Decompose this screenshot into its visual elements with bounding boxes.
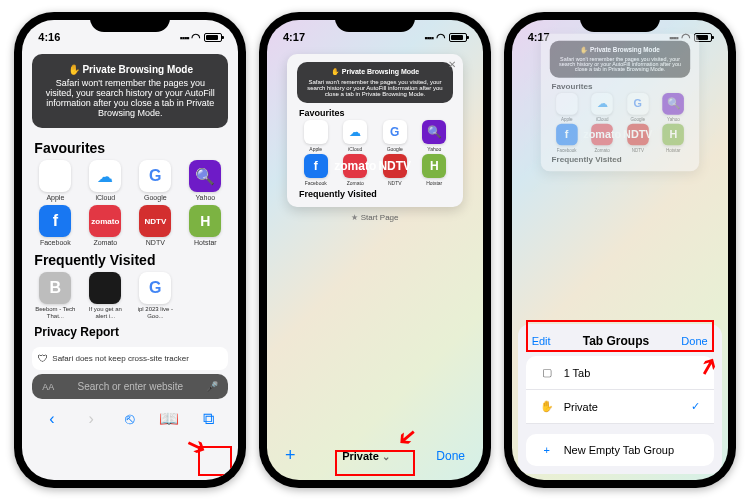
- tab-view-toolbar: + Private Done: [267, 437, 483, 474]
- privacy-row[interactable]: Safari does not keep cross-site tracker: [32, 347, 228, 370]
- private-icon: ✋: [540, 400, 554, 413]
- wifi-icon: [436, 31, 446, 44]
- sheet-title: Tab Groups: [583, 334, 649, 348]
- tab-group-row-private[interactable]: ✋ Private ✓: [526, 390, 714, 424]
- fav-zomato[interactable]: zomatoZomato: [82, 205, 128, 246]
- banner-body: Safari won't remember the pages you visi…: [305, 79, 445, 97]
- notch: [90, 12, 170, 32]
- row-label: New Empty Tab Group: [564, 444, 674, 456]
- google-icon: G: [383, 120, 407, 144]
- plus-icon: +: [540, 444, 554, 456]
- site-icon: [89, 272, 121, 304]
- fav-icloud[interactable]: ☁iCloud: [82, 160, 128, 201]
- facebook-icon: f: [39, 205, 71, 237]
- fv-label: ipl 2023 live - Goo...: [132, 306, 178, 319]
- favourites-grid-mini: Apple ☁iCloud GGoogle 🔍Yahoo fFacebook z…: [293, 120, 457, 186]
- favourites-grid: Apple ☁iCloud GGoogle 🔍Yahoo fFacebook z…: [22, 160, 238, 246]
- status-time: 4:17: [283, 31, 305, 43]
- back-button[interactable]: ‹: [38, 410, 66, 428]
- fav-hotstar[interactable]: HHotstar: [182, 205, 228, 246]
- banner-title: Private Browsing Mode: [305, 68, 445, 76]
- site-icon: B: [39, 272, 71, 304]
- tab-thumbnail[interactable]: ✕ Private Browsing Mode Safari won't rem…: [287, 54, 463, 207]
- frequently-visited-grid: BBeebom - Tech That... If you get an ale…: [22, 272, 238, 319]
- tab-thumbnail-dimmed: Private Browsing ModeSafari won't rememb…: [540, 34, 698, 172]
- ndtv-icon: NDTV: [139, 205, 171, 237]
- frequently-visited-heading-mini: Frequently Visited: [293, 186, 457, 201]
- fav-label: Zomato: [93, 239, 117, 246]
- banner-title: Private Browsing Mode: [44, 64, 216, 75]
- fav-ndtv[interactable]: NDTVNDTV: [132, 205, 178, 246]
- screen-2: 4:17 ✕ Private Browsing Mode Safari won'…: [267, 20, 483, 480]
- icloud-icon: ☁: [89, 160, 121, 192]
- fv-ipl[interactable]: Gipl 2023 live - Goo...: [132, 272, 178, 319]
- mic-icon[interactable]: 🎤: [206, 381, 218, 392]
- hotstar-icon: H: [422, 154, 446, 178]
- safari-toolbar: ‹ › ⎋ 📖 ⧉: [22, 403, 238, 434]
- banner-body: Safari won't remember the pages you visi…: [44, 78, 216, 118]
- row-label: Private: [564, 401, 598, 413]
- yahoo-icon: 🔍: [189, 160, 221, 192]
- close-tab-button[interactable]: ✕: [445, 58, 459, 72]
- frequently-visited-heading: Frequently Visited: [22, 246, 238, 272]
- fav-facebook[interactable]: fFacebook: [32, 205, 78, 246]
- facebook-icon: f: [304, 154, 328, 178]
- search-aa-icon[interactable]: AA: [42, 382, 54, 392]
- tab-caption: Start Page: [267, 213, 483, 222]
- new-tab-group-button[interactable]: + New Empty Tab Group: [526, 434, 714, 466]
- fav-apple[interactable]: Apple: [32, 160, 78, 201]
- checkmark-icon: ✓: [691, 400, 700, 413]
- fv-beebom[interactable]: BBeebom - Tech That...: [32, 272, 78, 319]
- fav-label: Facebook: [40, 239, 71, 246]
- search-placeholder: Search or enter website: [60, 381, 200, 392]
- tabs-button[interactable]: ⧉: [195, 410, 223, 428]
- fv-label: If you get an alert i...: [82, 306, 128, 319]
- privacy-text: Safari does not keep cross-site tracker: [52, 354, 189, 363]
- bookmarks-button[interactable]: 📖: [155, 409, 183, 428]
- notch: [580, 12, 660, 32]
- row-label: 1 Tab: [564, 367, 591, 379]
- screen-3: 4:17 Private Browsing ModeSafari won't r…: [512, 20, 728, 480]
- private-banner-mini: Private Browsing Mode Safari won't remem…: [297, 62, 453, 103]
- wifi-icon: [191, 31, 201, 44]
- fav-label: Yahoo: [195, 194, 215, 201]
- fav-label: Apple: [46, 194, 64, 201]
- edit-button[interactable]: Edit: [532, 335, 551, 347]
- fav-yahoo[interactable]: 🔍Yahoo: [182, 160, 228, 201]
- tab-icon: ▢: [540, 366, 554, 379]
- tab-group-row-1tab[interactable]: ▢ 1 Tab: [526, 356, 714, 390]
- status-right: [180, 31, 223, 44]
- yahoo-icon: 🔍: [422, 120, 446, 144]
- signal-icon: [424, 31, 433, 43]
- status-time: 4:16: [38, 31, 60, 43]
- icloud-icon: ☁: [343, 120, 367, 144]
- tab-group-selector[interactable]: Private: [342, 450, 389, 462]
- phone-2: 4:17 ✕ Private Browsing Mode Safari won'…: [259, 12, 491, 488]
- search-bar[interactable]: AA Search or enter website 🎤: [32, 374, 228, 399]
- done-button[interactable]: Done: [436, 449, 465, 463]
- new-tab-button[interactable]: +: [285, 445, 296, 466]
- highlight-tabs-button: [198, 446, 232, 476]
- favourites-heading-mini: Favourites: [293, 105, 457, 120]
- fv-apple-support[interactable]: If you get an alert i...: [82, 272, 128, 319]
- google-icon: G: [139, 160, 171, 192]
- zomato-icon: zomato: [343, 154, 367, 178]
- signal-icon: [180, 31, 189, 43]
- privacy-report-heading: Privacy Report: [22, 319, 238, 343]
- hotstar-icon: H: [189, 205, 221, 237]
- status-right: [424, 31, 467, 44]
- share-button[interactable]: ⎋: [116, 410, 144, 428]
- zomato-icon: zomato: [89, 205, 121, 237]
- private-banner: Private Browsing Mode Safari won't remem…: [32, 54, 228, 128]
- site-icon: G: [139, 272, 171, 304]
- apple-icon: [304, 120, 328, 144]
- forward-button[interactable]: ›: [77, 410, 105, 428]
- favourites-heading: Favourites: [22, 134, 238, 160]
- done-button[interactable]: Done: [681, 335, 707, 347]
- fav-label: iCloud: [95, 194, 115, 201]
- fav-label: NDTV: [146, 239, 165, 246]
- phone-1: 4:16 Private Browsing Mode Safari won't …: [14, 12, 246, 488]
- fav-google[interactable]: GGoogle: [132, 160, 178, 201]
- apple-icon: [39, 160, 71, 192]
- fav-label: Google: [144, 194, 167, 201]
